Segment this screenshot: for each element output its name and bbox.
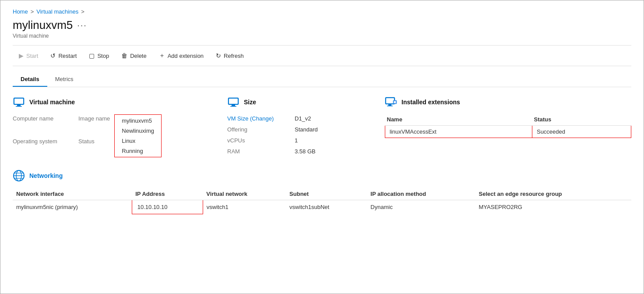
- svg-rect-9: [386, 98, 394, 103]
- vm-values-box: mylinuxvm5 Newlinuximg Linux Running: [114, 114, 162, 157]
- toolbar: ▶ Start ↺ Restart ▢ Stop 🗑 Delete ＋ Add …: [13, 45, 631, 66]
- offering-label: Offering: [227, 125, 289, 134]
- svg-rect-13: [394, 101, 396, 103]
- restart-label: Restart: [58, 53, 77, 59]
- vm-field-label-3: Status: [78, 137, 110, 157]
- refresh-button[interactable]: ↻ Refresh: [210, 50, 250, 62]
- breadcrumb-home[interactable]: Home: [13, 8, 28, 15]
- networking-section: Networking Network interface IP Address …: [13, 170, 631, 214]
- vm-size-value: D1_v2: [293, 114, 359, 123]
- svg-rect-3: [16, 106, 22, 107]
- net-interface-0: mylinuxvm5nic (primary): [13, 200, 132, 214]
- add-icon: ＋: [159, 52, 165, 60]
- vm-value-2: Linux: [120, 137, 156, 145]
- ext-status-0: Succeeded: [532, 126, 631, 138]
- svg-rect-10: [388, 104, 391, 106]
- refresh-icon: ↻: [216, 52, 221, 59]
- ext-section-title: Installed extensions: [401, 99, 460, 106]
- refresh-label: Refresh: [224, 53, 244, 59]
- net-col-interface: Network interface: [13, 188, 132, 200]
- size-section-title: Size: [244, 99, 256, 106]
- page-title: mylinuxvm5: [13, 18, 73, 32]
- breadcrumb-sep2: >: [81, 8, 84, 15]
- net-col-subnet: Subnet: [286, 188, 367, 200]
- svg-rect-1: [14, 99, 23, 104]
- net-ip-0: 10.10.10.10: [132, 200, 203, 214]
- vm-value-1: Newlinuximg: [120, 127, 156, 135]
- svg-rect-6: [232, 105, 235, 106]
- vm-section-title: Virtual machine: [29, 99, 75, 106]
- virtual-machine-section: Virtual machine Computer name Image name…: [13, 96, 201, 157]
- ext-table: Name Status linuxVMAccessExt Succeeded: [385, 114, 631, 138]
- size-icon: [227, 96, 239, 108]
- top-section-row: Virtual machine Computer name Image name…: [13, 96, 631, 157]
- breadcrumb-sep1: >: [31, 8, 34, 15]
- size-section-header: Size: [227, 96, 359, 108]
- page-subtitle: Virtual machine: [13, 33, 631, 39]
- vm-value-3: Running: [120, 147, 156, 155]
- tab-bar: Details Metrics: [13, 72, 631, 87]
- play-icon: ▶: [19, 52, 24, 59]
- restart-button[interactable]: ↺ Restart: [44, 50, 83, 62]
- tab-details[interactable]: Details: [13, 72, 47, 87]
- ext-icon: [385, 96, 397, 108]
- svg-rect-7: [230, 106, 236, 107]
- vm-section-header: Virtual machine: [13, 96, 201, 108]
- start-label: Start: [26, 53, 38, 59]
- ext-col-status: Status: [532, 114, 631, 126]
- svg-rect-11: [387, 106, 393, 106]
- restart-icon: ↺: [50, 52, 56, 59]
- svg-rect-5: [229, 99, 238, 104]
- size-section: Size VM Size (Change) D1_v2 Offering Sta…: [227, 96, 359, 157]
- net-col-allocation: IP allocation method: [367, 188, 475, 200]
- delete-label: Delete: [130, 53, 147, 59]
- vm-fields-container: Computer name Image name Operating syste…: [13, 114, 201, 157]
- vm-size-label[interactable]: VM Size (Change): [227, 114, 289, 123]
- ext-row-0: linuxVMAccessExt Succeeded: [385, 126, 631, 138]
- vm-field-label-1: Image name: [78, 114, 110, 135]
- net-subnet-0: vswitch1subNet: [286, 200, 367, 214]
- start-button[interactable]: ▶ Start: [13, 50, 44, 62]
- more-options-button[interactable]: ···: [77, 20, 87, 30]
- net-section-header: Networking: [13, 170, 631, 182]
- stop-button[interactable]: ▢ Stop: [83, 50, 115, 62]
- ram-label: RAM: [227, 147, 289, 156]
- net-vnet-0: vswitch1: [203, 200, 286, 214]
- page-title-row: mylinuxvm5 ···: [13, 18, 631, 32]
- tab-metrics[interactable]: Metrics: [47, 72, 81, 87]
- ext-name-0: linuxVMAccessExt: [385, 126, 532, 138]
- vm-icon: [13, 96, 25, 108]
- vm-field-label-2: Operating system: [13, 137, 74, 157]
- breadcrumb: Home > Virtual machines >: [13, 8, 631, 15]
- vm-value-0: mylinuxvm5: [120, 117, 156, 125]
- net-col-ip: IP Address: [132, 188, 203, 200]
- vm-label-col: Computer name Image name Operating syste…: [13, 114, 110, 157]
- stop-label: Stop: [97, 53, 109, 59]
- add-extension-button[interactable]: ＋ Add extension: [153, 49, 210, 62]
- size-fields: VM Size (Change) D1_v2 Offering Standard…: [227, 114, 359, 156]
- ext-col-name: Name: [385, 114, 532, 126]
- stop-icon: ▢: [89, 52, 95, 59]
- net-col-rg: Select an edge resource group: [475, 188, 631, 200]
- net-icon: [13, 170, 25, 182]
- ext-section-header: Installed extensions: [385, 96, 631, 108]
- extensions-section: Installed extensions Name Status linuxVM…: [385, 96, 631, 157]
- svg-rect-2: [17, 105, 21, 106]
- breadcrumb-virtual-machines[interactable]: Virtual machines: [36, 8, 78, 15]
- vcpus-label: vCPUs: [227, 136, 289, 145]
- net-col-vnet: Virtual network: [203, 188, 286, 200]
- delete-button[interactable]: 🗑 Delete: [115, 50, 153, 62]
- net-rg-0: MYASEPRO2RG: [475, 200, 631, 214]
- content-area: Virtual machine Computer name Image name…: [13, 87, 631, 214]
- add-extension-label: Add extension: [168, 53, 204, 59]
- net-section-title: Networking: [29, 172, 63, 179]
- net-row-0: mylinuxvm5nic (primary) 10.10.10.10 vswi…: [13, 200, 631, 214]
- net-allocation-0: Dynamic: [367, 200, 475, 214]
- net-table: Network interface IP Address Virtual net…: [13, 188, 631, 214]
- vm-field-label-0: Computer name: [13, 114, 74, 135]
- vcpus-value: 1: [293, 136, 359, 145]
- delete-icon: 🗑: [121, 52, 127, 59]
- offering-value: Standard: [293, 125, 359, 134]
- ram-value: 3.58 GB: [293, 147, 359, 156]
